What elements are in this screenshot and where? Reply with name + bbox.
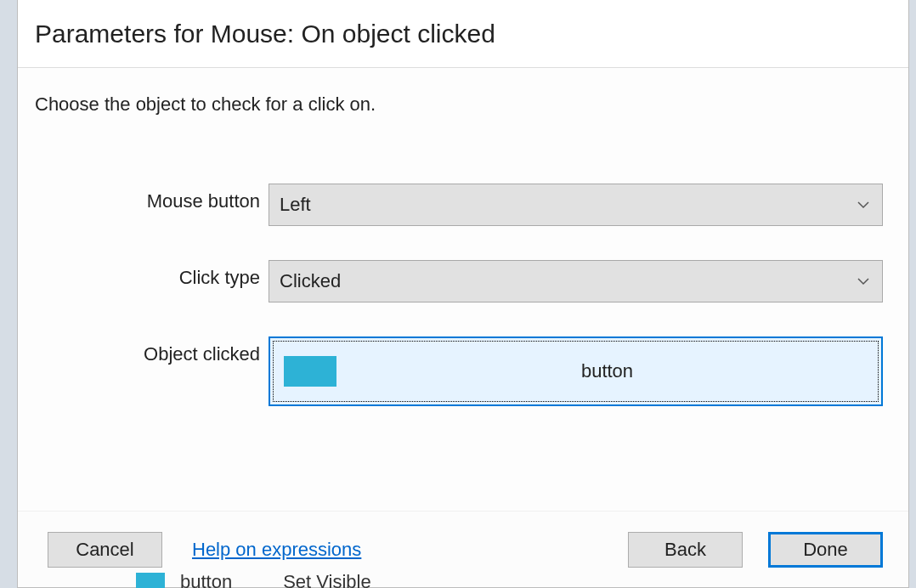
background-item-2: Set Visible — [283, 571, 371, 588]
field-row-object-clicked: Object clicked button — [35, 336, 883, 406]
dialog-title: Parameters for Mouse: On object clicked — [35, 20, 495, 48]
background-item-1: button — [180, 571, 232, 588]
object-clicked-value: button — [336, 360, 878, 382]
chevron-down-icon — [855, 273, 872, 290]
click-type-label: Click type — [35, 260, 269, 289]
cancel-button-label: Cancel — [76, 539, 133, 561]
help-link-label: Help on expressions — [192, 539, 361, 560]
object-clicked-label: Object clicked — [35, 336, 269, 365]
click-type-dropdown[interactable]: Clicked — [269, 260, 883, 302]
object-clicked-picker[interactable]: button — [269, 336, 883, 406]
dialog-instruction: Choose the object to check for a click o… — [35, 93, 883, 116]
parameters-dialog: Parameters for Mouse: On object clicked … — [17, 0, 909, 588]
object-swatch-icon — [284, 356, 336, 387]
chevron-down-icon — [855, 196, 872, 213]
done-button-label: Done — [803, 539, 848, 561]
dialog-titlebar: Parameters for Mouse: On object clicked — [18, 0, 908, 68]
background-peek: button Set Visible — [136, 571, 371, 588]
back-button[interactable]: Back — [628, 532, 743, 568]
back-button-label: Back — [664, 539, 706, 561]
done-button[interactable]: Done — [768, 532, 883, 568]
mouse-button-label: Mouse button — [35, 184, 269, 212]
mouse-button-dropdown[interactable]: Left — [269, 184, 883, 226]
background-left-strip — [0, 0, 17, 588]
click-type-value: Clicked — [280, 270, 341, 292]
cancel-button[interactable]: Cancel — [48, 532, 162, 568]
dialog-body: Choose the object to check for a click o… — [18, 68, 908, 511]
object-picker-inner: button — [273, 341, 879, 402]
background-swatch-icon — [136, 573, 165, 588]
field-row-mouse-button: Mouse button Left — [35, 184, 883, 226]
field-row-click-type: Click type Clicked — [35, 260, 883, 302]
help-link[interactable]: Help on expressions — [192, 539, 361, 561]
mouse-button-value: Left — [280, 194, 311, 216]
